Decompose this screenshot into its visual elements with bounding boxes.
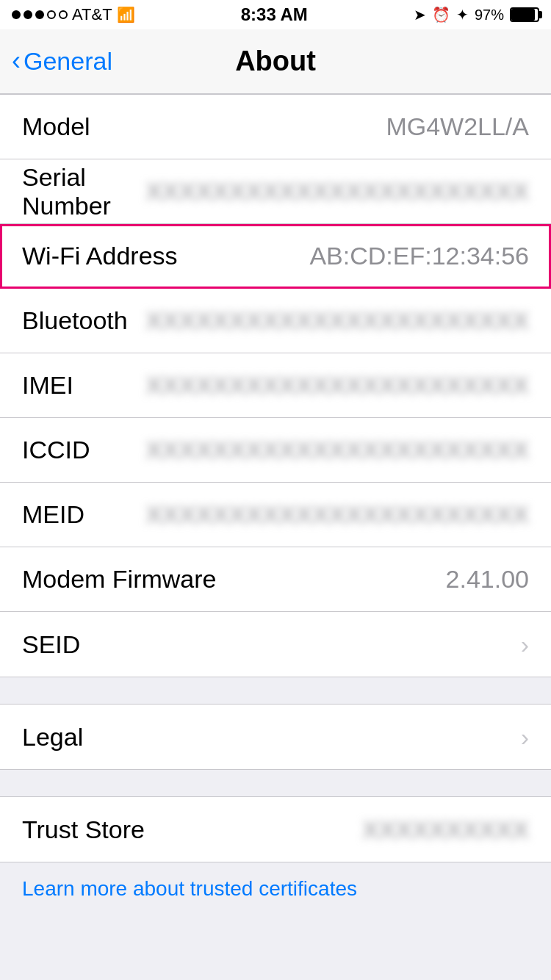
serial-number-label: Serial Number <box>22 163 145 220</box>
dot4 <box>47 10 56 19</box>
bluetooth-value: XXXXXXXXXXXXXXXXXXXXXXX <box>145 306 529 335</box>
imei-label: IMEI <box>22 371 73 400</box>
status-time: 8:33 AM <box>241 4 308 25</box>
modem-firmware-value: 2.41.00 <box>446 565 529 594</box>
back-chevron-icon: ‹ <box>12 46 21 76</box>
dot1 <box>12 10 21 19</box>
wifi-address-label: Wi-Fi Address <box>22 242 178 270</box>
seid-row[interactable]: SEID › <box>0 612 551 677</box>
nav-bar: ‹ General About <box>0 29 551 94</box>
battery-fill <box>511 9 535 21</box>
bluetooth-label: Bluetooth <box>22 306 128 335</box>
bluetooth-row: Bluetooth XXXXXXXXXXXXXXXXXXXXXXX <box>0 289 551 353</box>
wifi-address-row: Wi-Fi Address AB:CD:EF:12:34:56 <box>0 224 551 289</box>
battery-percent: 97% <box>475 7 504 24</box>
legal-section: Legal › <box>0 704 551 770</box>
dot2 <box>24 10 32 19</box>
dot3 <box>35 10 44 19</box>
seid-chevron-icon: › <box>521 630 529 659</box>
spacer-1 <box>0 677 551 704</box>
legal-label: Legal <box>22 723 83 752</box>
iccid-value: XXXXXXXXXXXXXXXXXXXXXXX <box>145 436 529 464</box>
status-bar: AT&T 📶 8:33 AM ➤ ⏰ ✦ 97% <box>0 0 551 29</box>
iccid-label: ICCID <box>22 436 90 464</box>
trust-store-section: Trust Store XXXXXXXXXX <box>0 796 551 862</box>
meid-label: MEID <box>22 500 84 529</box>
serial-number-value: XXXXXXXXXXXXXXXXXXXXXXX <box>145 177 529 206</box>
legal-chevron-icon: › <box>521 723 529 752</box>
modem-firmware-row: Modem Firmware 2.41.00 <box>0 547 551 612</box>
trust-note-link[interactable]: Learn more about trusted certificates <box>22 877 357 900</box>
imei-value: XXXXXXXXXXXXXXXXXXXXXXX <box>145 371 529 400</box>
seid-label: SEID <box>22 630 80 659</box>
meid-row: MEID XXXXXXXXXXXXXXXXXXXXXXX <box>0 483 551 547</box>
trust-note[interactable]: Learn more about trusted certificates <box>0 862 551 915</box>
bluetooth-icon: ✦ <box>456 6 469 24</box>
serial-number-row: Serial Number XXXXXXXXXXXXXXXXXXXXXXX <box>0 159 551 224</box>
back-label: General <box>24 47 112 76</box>
model-label: Model <box>22 112 90 141</box>
meid-value: XXXXXXXXXXXXXXXXXXXXXXX <box>145 500 529 529</box>
legal-row[interactable]: Legal › <box>0 705 551 769</box>
spacer-2 <box>0 770 551 796</box>
carrier-label: AT&T <box>72 5 112 24</box>
imei-row: IMEI XXXXXXXXXXXXXXXXXXXXXXX <box>0 353 551 418</box>
iccid-row: ICCID XXXXXXXXXXXXXXXXXXXXXXX <box>0 418 551 483</box>
dot5 <box>59 10 68 19</box>
main-info-section: Model MG4W2LL/A Serial Number XXXXXXXXXX… <box>0 94 551 677</box>
trust-store-row: Trust Store XXXXXXXXXX <box>0 797 551 862</box>
battery-icon <box>510 7 539 22</box>
wifi-address-value: AB:CD:EF:12:34:56 <box>309 242 529 270</box>
location-icon: ➤ <box>414 6 426 24</box>
modem-firmware-label: Modem Firmware <box>22 565 216 594</box>
model-row: Model MG4W2LL/A <box>0 95 551 159</box>
page-title: About <box>235 46 316 77</box>
status-left: AT&T 📶 <box>12 5 135 24</box>
alarm-icon: ⏰ <box>432 6 450 24</box>
back-button[interactable]: ‹ General <box>12 47 112 76</box>
wifi-icon: 📶 <box>117 6 135 24</box>
trust-store-label: Trust Store <box>22 815 145 844</box>
signal-dots <box>12 10 68 19</box>
status-right: ➤ ⏰ ✦ 97% <box>414 6 539 24</box>
trust-store-value: XXXXXXXXXX <box>362 815 529 844</box>
model-value: MG4W2LL/A <box>386 112 529 141</box>
